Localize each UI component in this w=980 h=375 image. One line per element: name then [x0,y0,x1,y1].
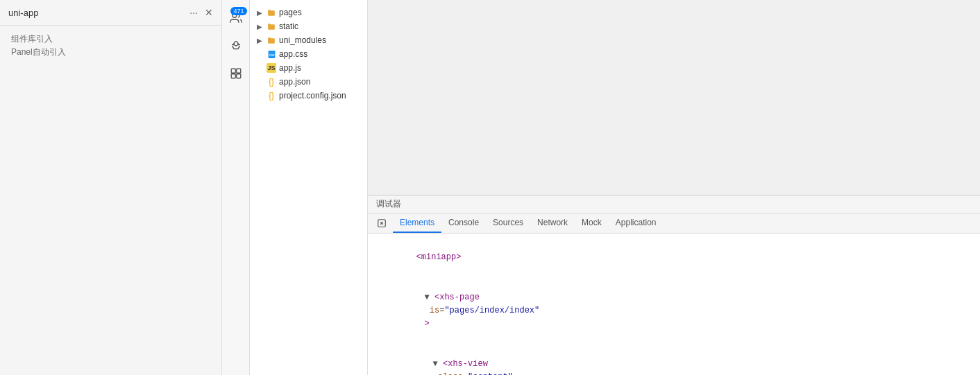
file-label: static [279,21,298,31]
close-button[interactable]: ✕ [205,7,213,18]
devtools-bottom: 调试器 Elements Console Sources Network Moc… [368,195,980,375]
inspect-button[interactable] [373,215,390,232]
file-label: uni_modules [279,35,326,45]
project-title: uni-app [8,8,183,18]
inspect-icon [377,218,387,228]
folder-icon [267,21,276,31]
list-item[interactable]: ▶ pages [253,6,364,19]
folder-icon [267,8,276,17]
json-file-icon: {} [267,77,276,87]
sidebar-item-extensions[interactable] [223,61,248,86]
css-file-icon: CSS [267,49,276,59]
folder-arrow: ▶ [257,37,264,44]
debug-icon [230,40,242,52]
tab-network[interactable]: Network [530,213,575,233]
folder-arrow: ▶ [257,9,264,17]
list-item[interactable]: ▶ static [253,19,364,33]
file-label: project.config.json [279,91,346,101]
no-arrow [257,51,264,58]
file-label: app.css [279,49,307,59]
devtools-xml-content: <miniapp> ▼ <xhs-page is="pages/index/in… [368,234,980,375]
panel-content: 组件库引入 Panel自动引入 [0,26,221,375]
subtitle-line1: 组件库引入 [11,33,210,46]
sidebar-icons: 471 [222,0,250,375]
list-item[interactable]: CSS app.css [253,47,364,61]
tab-sources[interactable]: Sources [486,213,530,233]
panel-header: uni-app ··· ✕ [0,0,221,26]
svg-rect-4 [231,74,235,78]
tab-console[interactable]: Console [441,213,486,233]
json-file-icon: {} [267,91,276,101]
file-label: pages [279,8,302,17]
xml-line-xhs-view[interactable]: ▼ <xhs-view class="content" > +lex [376,345,972,376]
file-tree-panel: ▶ pages ▶ static ▶ uni_modules [250,0,368,375]
file-tree: ▶ pages ▶ static ▶ uni_modules [250,0,367,375]
list-item[interactable]: {} project.config.json [253,89,364,103]
sidebar-item-files[interactable]: 471 [223,6,248,30]
devtools-tabs: Elements Console Sources Network Mock Ap… [368,213,980,234]
xml-line-miniapp-open: <miniapp> [376,238,972,278]
no-arrow [257,64,264,72]
no-arrow [257,92,264,100]
extensions-icon [230,67,242,80]
folder-icon [267,35,276,45]
subtitle-line2: Panel自动引入 [11,46,210,59]
left-panel: uni-app ··· ✕ 组件库引入 Panel自动引入 [0,0,222,375]
svg-rect-3 [236,69,240,73]
folder-arrow: ▶ [257,23,264,30]
tab-elements[interactable]: Elements [393,213,441,233]
sidebar-item-debug[interactable] [223,33,248,58]
no-arrow [257,78,264,86]
xml-line-xhs-page[interactable]: ▼ <xhs-page is="pages/index/index" > [376,278,972,345]
files-badge: 471 [230,7,246,15]
list-item[interactable]: ▶ uni_modules [253,33,364,47]
tab-application[interactable]: Application [609,213,664,233]
js-file-icon: JS [267,63,276,73]
file-label: app.js [279,63,301,73]
list-item[interactable]: {} app.json [253,75,364,89]
devtools-preview-area [368,0,980,195]
tab-mock[interactable]: Mock [575,213,609,233]
more-button[interactable]: ··· [188,6,199,19]
svg-rect-5 [236,74,240,78]
file-label: app.json [279,77,310,87]
header-icons: ··· ✕ [188,6,213,19]
svg-text:CSS: CSS [269,53,274,56]
svg-rect-2 [231,69,235,73]
devtools-panel: 调试器 Elements Console Sources Network Moc… [368,0,980,375]
devtools-title: 调试器 [368,195,980,213]
list-item[interactable]: JS app.js [253,61,364,75]
svg-point-1 [234,42,238,46]
